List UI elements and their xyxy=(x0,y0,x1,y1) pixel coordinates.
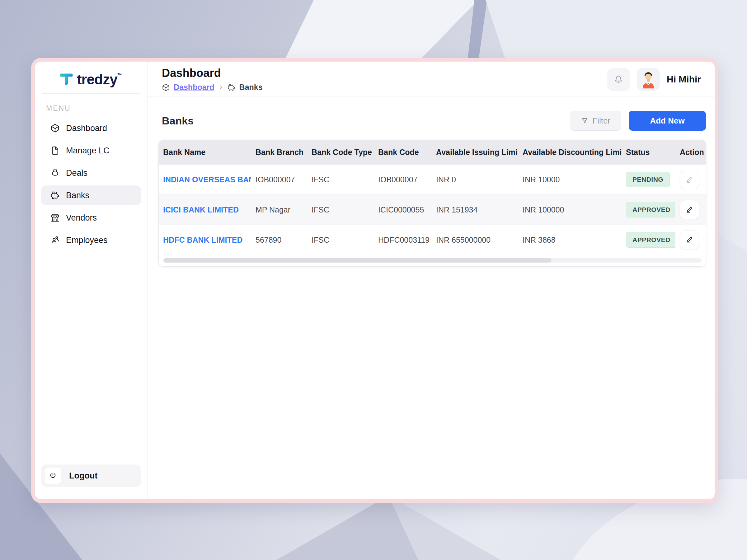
top-bar: Dashboard Dashboard Banks xyxy=(148,61,715,97)
user-avatar-button[interactable] xyxy=(637,68,660,91)
sidebar-item-label: Employees xyxy=(66,236,108,245)
sidebar-item-label: Banks xyxy=(66,191,89,201)
piggy-bank-icon xyxy=(228,83,236,91)
sidebar-item-deals[interactable]: Deals xyxy=(41,163,141,183)
column-header-bank-branch: Bank Branch xyxy=(251,148,307,157)
chevron-right-icon xyxy=(218,85,224,90)
breadcrumb-current: Banks xyxy=(239,83,263,92)
bank-branch-cell: 567890 xyxy=(251,236,307,244)
discounting-limit-cell: INR 100000 xyxy=(518,205,622,214)
discounting-limit-cell: INR 10000 xyxy=(518,175,622,184)
sidebar-item-employees[interactable]: Employees xyxy=(41,230,141,250)
bank-name-link[interactable]: ICICI BANK LIMITED xyxy=(163,205,239,214)
breadcrumb: Dashboard Banks xyxy=(162,83,263,92)
sidebar: tredzy™ MENU Dashboard Manage LC Deals B… xyxy=(35,61,148,499)
discounting-limit-cell: INR 3868 xyxy=(518,236,622,244)
issuing-limit-cell: INR 655000000 xyxy=(432,236,518,244)
bank-code-type-cell: IFSC xyxy=(307,175,374,184)
sidebar-item-dashboard[interactable]: Dashboard xyxy=(41,118,141,138)
issuing-limit-cell: INR 0 xyxy=(432,175,518,184)
status-badge: APPROVED xyxy=(626,232,675,248)
users-icon xyxy=(50,236,60,245)
sidebar-item-label: Vendors xyxy=(66,213,97,223)
logout-icon-box xyxy=(45,468,61,484)
status-badge: PENDING xyxy=(626,172,670,187)
filter-button[interactable]: Filter xyxy=(570,111,621,131)
issuing-limit-cell: INR 151934 xyxy=(432,205,518,214)
sidebar-item-label: Dashboard xyxy=(66,124,107,133)
main-area: Dashboard Dashboard Banks xyxy=(148,61,715,499)
bank-branch-cell: IOB000007 xyxy=(251,175,307,184)
horizontal-scrollbar-track xyxy=(163,258,701,263)
status-badge: APPROVED xyxy=(626,202,675,217)
edit-button[interactable] xyxy=(680,200,699,219)
bank-code-type-cell: IFSC xyxy=(307,205,374,214)
column-header-action: Action xyxy=(675,148,706,157)
edit-button[interactable] xyxy=(680,170,699,189)
add-new-button[interactable]: Add New xyxy=(629,111,706,131)
header-actions: Hi Mihir xyxy=(607,68,701,91)
brand-logo: tredzy™ xyxy=(35,70,147,93)
brand-name: tredzy xyxy=(77,71,117,87)
file-icon xyxy=(50,146,60,155)
piggy-bank-icon xyxy=(50,191,60,200)
edit-button[interactable] xyxy=(680,230,699,249)
brand-logo-icon xyxy=(60,72,74,86)
sidebar-item-label: Deals xyxy=(66,168,87,178)
bank-code-cell: HDFC0003119 xyxy=(374,236,432,244)
pencil-icon xyxy=(686,236,693,244)
table-header-row: Bank Name Bank Branch Bank Code Type Ban… xyxy=(159,140,706,165)
logout-label: Logout xyxy=(69,471,97,481)
power-icon xyxy=(49,472,57,480)
bank-code-type-cell: IFSC xyxy=(307,236,374,244)
page-title: Dashboard xyxy=(162,66,263,80)
toolbar-actions: Filter Add New xyxy=(570,111,706,131)
section-title: Banks xyxy=(162,115,194,127)
banks-table: Bank Name Bank Branch Bank Code Type Ban… xyxy=(159,140,706,266)
bank-code-cell: ICIC0000055 xyxy=(374,205,432,214)
column-header-bank-name: Bank Name xyxy=(159,148,251,157)
menu-section-label: MENU xyxy=(46,104,147,113)
sidebar-item-vendors[interactable]: Vendors xyxy=(41,208,141,228)
pencil-icon xyxy=(686,176,693,184)
bank-branch-cell: MP Nagar xyxy=(251,205,307,214)
sidebar-divider xyxy=(42,93,140,94)
bank-name-link[interactable]: HDFC BANK LIMITED xyxy=(163,236,243,244)
bank-code-cell: IOB000007 xyxy=(374,175,432,184)
sidebar-menu: Dashboard Manage LC Deals Banks Vendors … xyxy=(35,118,147,250)
bell-icon xyxy=(614,74,623,84)
bank-name-link[interactable]: INDIAN OVERSEAS BANK xyxy=(163,175,251,184)
horizontal-scrollbar-thumb[interactable] xyxy=(164,258,551,263)
money-bag-icon xyxy=(50,168,60,178)
filter-label: Filter xyxy=(592,116,610,126)
table-row: ICICI BANK LIMITED MP Nagar IFSC ICIC000… xyxy=(159,195,706,225)
table-row: INDIAN OVERSEAS BANK IOB000007 IFSC IOB0… xyxy=(159,165,706,195)
column-header-discounting-limit: Available Discounting Limit xyxy=(518,148,622,157)
column-header-bank-code-type: Bank Code Type xyxy=(307,148,374,157)
logout-button[interactable]: Logout xyxy=(41,464,141,487)
brand-trademark: ™ xyxy=(117,72,122,77)
column-header-status: Status xyxy=(622,148,675,157)
user-greeting: Hi Mihir xyxy=(667,74,701,85)
column-header-bank-code: Bank Code xyxy=(374,148,432,157)
sidebar-item-label: Manage LC xyxy=(66,146,109,156)
app-window: tredzy™ MENU Dashboard Manage LC Deals B… xyxy=(31,58,718,503)
avatar xyxy=(637,68,660,91)
sidebar-item-banks[interactable]: Banks xyxy=(41,185,141,205)
cube-icon xyxy=(50,124,60,133)
sidebar-item-manage-lc[interactable]: Manage LC xyxy=(41,141,141,161)
notifications-button[interactable] xyxy=(607,68,630,91)
content: Banks Filter Add New Bank Name Bank Bran… xyxy=(148,97,715,499)
column-header-issuing-limit: Available Issuing Limit xyxy=(432,148,518,157)
funnel-icon xyxy=(581,117,589,125)
storefront-icon xyxy=(50,213,60,222)
table-row: HDFC BANK LIMITED 567890 IFSC HDFC000311… xyxy=(159,225,706,255)
content-toolbar: Banks Filter Add New xyxy=(159,109,706,131)
breadcrumb-home-link[interactable]: Dashboard xyxy=(174,83,214,92)
cube-icon xyxy=(162,83,170,91)
pencil-icon xyxy=(686,206,693,214)
